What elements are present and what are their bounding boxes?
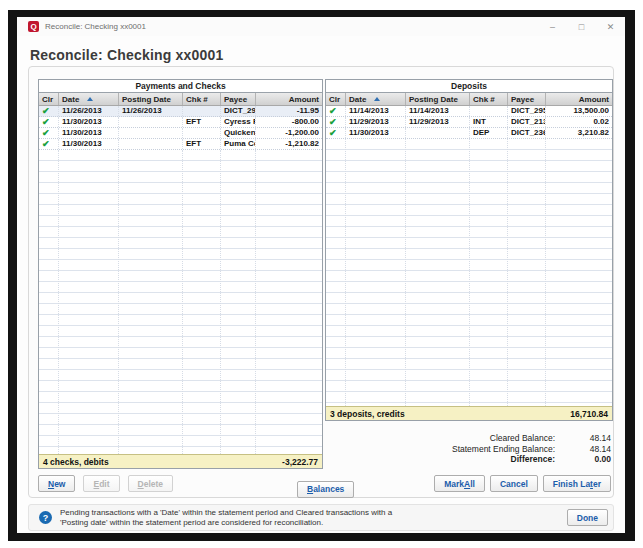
cell-chk: DEP: [470, 128, 508, 138]
table-row[interactable]: ✔ 11/14/2013 11/14/2013 DICT_29542 13,50…: [326, 106, 612, 117]
balance-summary: Cleared Balance: 48.14 Statement Ending …: [452, 433, 611, 465]
reconcile-content-box: Payments and Checks Clr Date Posting Dat…: [28, 66, 614, 498]
cell-payee: DICT_29542: [508, 106, 546, 116]
column-header-payee[interactable]: Payee: [221, 93, 256, 105]
cell-date: 11/30/2013: [59, 128, 119, 138]
table-row[interactable]: ✔ 11/30/2013 EFT Cyress Point Apts -800.…: [39, 117, 322, 128]
cleared-check-icon[interactable]: ✔: [42, 106, 50, 116]
cleared-check-icon[interactable]: ✔: [329, 106, 337, 116]
column-header-amount[interactable]: Amount: [546, 93, 612, 105]
sort-ascending-icon: [87, 97, 93, 101]
sort-ascending-icon: [374, 97, 380, 101]
cell-posting-date: [119, 117, 183, 127]
table-row[interactable]: ✔ 11/30/2013 DEP DICT_23619 3,210.82: [326, 128, 612, 139]
transaction-buttons: New Edit Delete: [38, 475, 173, 492]
cleared-balance-label: Cleared Balance:: [490, 433, 555, 443]
table-row[interactable]: ✔ 11/30/2013 EFT Puma Construction -1,21…: [39, 139, 322, 150]
cell-payee: DICT_29697: [221, 106, 256, 116]
dialog-action-buttons: Mark All Cancel Finish Later: [434, 475, 611, 492]
empty-rows-area: [326, 139, 612, 406]
deposits-summary-amount: 16,710.84: [570, 409, 608, 419]
column-header-clr[interactable]: Clr: [39, 93, 59, 105]
deposits-summary-bar: 3 deposits, credits 16,710.84: [326, 406, 612, 420]
cell-chk: [183, 106, 221, 116]
footer-note-line1: Pending transactions with a 'Date' withi…: [60, 508, 392, 518]
deposits-summary-label: 3 deposits, credits: [330, 409, 405, 419]
payments-header-row: Clr Date Posting Date Chk # Payee Amount: [39, 93, 322, 106]
column-header-amount[interactable]: Amount: [256, 93, 322, 105]
page-title: Reconcile: Checking xx0001: [30, 47, 224, 63]
cell-amount: 13,500.00: [546, 106, 612, 116]
delete-button[interactable]: Delete: [128, 475, 174, 492]
difference-value: 0.00: [555, 454, 611, 464]
statement-ending-balance-value: 48.14: [555, 444, 611, 454]
statement-ending-balance-label: Statement Ending Balance:: [452, 444, 555, 454]
column-header-posting-date[interactable]: Posting Date: [119, 93, 183, 105]
cell-chk: [470, 106, 508, 116]
minimize-icon[interactable]: –: [538, 17, 567, 36]
footer-note: Pending transactions with a 'Date' withi…: [60, 508, 392, 528]
column-header-chk[interactable]: Chk #: [183, 93, 221, 105]
table-row[interactable]: ✔ 11/26/2013 11/26/2013 DICT_29697 -11.9…: [39, 106, 322, 117]
cleared-balance-value: 48.14: [555, 433, 611, 443]
mark-all-button[interactable]: Mark All: [434, 475, 485, 492]
finish-later-button[interactable]: Finish Later: [543, 475, 611, 492]
maximize-icon[interactable]: □: [567, 17, 596, 36]
payments-panel-title: Payments and Checks: [39, 80, 322, 93]
payments-panel: Payments and Checks Clr Date Posting Dat…: [38, 79, 323, 469]
column-header-date[interactable]: Date: [59, 93, 119, 105]
footer-note-line2: 'Posting date' within the statement peri…: [60, 518, 392, 528]
empty-rows-area: [39, 150, 322, 454]
cell-amount: -11.95: [256, 106, 322, 116]
deposits-header-row: Clr Date Posting Date Chk # Payee Amount: [326, 93, 612, 106]
balances-button[interactable]: Balances: [297, 481, 354, 498]
title-bar: Q Reconcile: Checking xx0001 – □ ✕: [17, 17, 625, 36]
cell-posting-date: [119, 128, 183, 138]
column-header-clr[interactable]: Clr: [326, 93, 346, 105]
balances-button-wrap: Balances: [297, 475, 354, 498]
statement-ending-balance-row: Statement Ending Balance: 48.14: [452, 444, 611, 455]
column-header-date[interactable]: Date: [346, 93, 406, 105]
cleared-check-icon[interactable]: ✔: [329, 128, 337, 138]
cell-date: 11/26/2013: [59, 106, 119, 116]
column-header-posting-date[interactable]: Posting Date: [406, 93, 470, 105]
done-button[interactable]: Done: [567, 509, 608, 526]
column-header-payee[interactable]: Payee: [508, 93, 546, 105]
cell-date: 11/30/2013: [59, 117, 119, 127]
cleared-check-icon[interactable]: ✔: [42, 128, 50, 138]
quicken-logo-icon: Q: [28, 21, 39, 32]
window-controls: – □ ✕: [538, 17, 625, 36]
window-title: Reconcile: Checking xx0001: [45, 22, 146, 31]
cell-chk: EFT: [183, 117, 221, 127]
cell-amount: -1,200.00: [256, 128, 322, 138]
difference-row: Difference: 0.00: [452, 454, 611, 465]
cell-payee: DICT_21392: [508, 117, 546, 127]
payments-summary-amount: -3,222.77: [282, 457, 318, 467]
cell-amount: 0.02: [546, 117, 612, 127]
table-row[interactable]: ✔ 11/29/2013 11/29/2013 INT DICT_21392 0…: [326, 117, 612, 128]
column-header-chk[interactable]: Chk #: [470, 93, 508, 105]
new-button[interactable]: New: [38, 475, 75, 492]
cleared-check-icon[interactable]: ✔: [329, 117, 337, 127]
cell-date: 11/30/2013: [346, 128, 406, 138]
cell-posting-date: 11/26/2013: [119, 106, 183, 116]
cell-payee: Quicken Inc: [221, 128, 256, 138]
table-row[interactable]: ✔ 11/30/2013 Quicken Inc -1,200.00: [39, 128, 322, 139]
cell-payee: Cyress Point Apts: [221, 117, 256, 127]
cell-posting-date: [119, 139, 183, 149]
cell-posting-date: 11/29/2013: [406, 117, 470, 127]
cell-chk: EFT: [183, 139, 221, 149]
difference-label: Difference:: [511, 454, 555, 464]
edit-button[interactable]: Edit: [83, 475, 119, 492]
deposits-panel-title: Deposits: [326, 80, 612, 93]
cancel-button[interactable]: Cancel: [490, 475, 538, 492]
cell-posting-date: 11/14/2013: [406, 106, 470, 116]
reconcile-dialog: Q Reconcile: Checking xx0001 – □ ✕ Recon…: [17, 17, 625, 533]
cell-payee: Puma Construction: [221, 139, 256, 149]
cell-chk: INT: [470, 117, 508, 127]
help-icon[interactable]: ?: [39, 511, 52, 524]
cleared-check-icon[interactable]: ✔: [42, 139, 50, 149]
close-icon[interactable]: ✕: [596, 17, 625, 36]
cell-amount: 3,210.82: [546, 128, 612, 138]
cleared-check-icon[interactable]: ✔: [42, 117, 50, 127]
